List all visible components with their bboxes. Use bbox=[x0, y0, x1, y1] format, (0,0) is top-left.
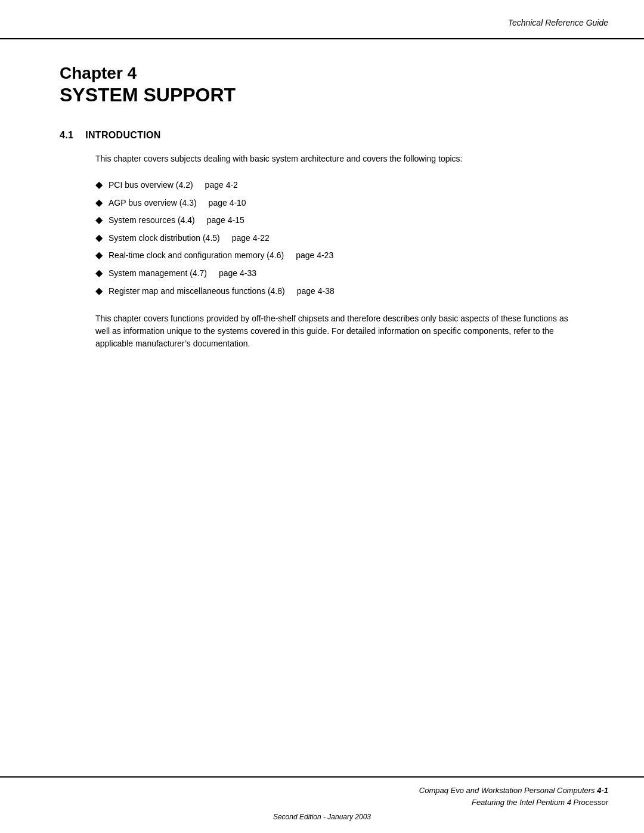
topic-page: page 4-22 bbox=[232, 231, 280, 244]
footer-line1-bold: 4-1 bbox=[597, 786, 608, 795]
bullet-icon: ◆ bbox=[95, 230, 103, 246]
list-item: ◆ Register map and miscellaneous functio… bbox=[95, 283, 584, 299]
bullet-icon: ◆ bbox=[95, 212, 103, 228]
section-number: 4.1 bbox=[60, 130, 73, 140]
topic-page: page 4-23 bbox=[296, 249, 343, 262]
list-item: ◆ Real-time clock and configuration memo… bbox=[95, 247, 584, 263]
page-header: Technical Reference Guide bbox=[0, 0, 644, 39]
chapter-label: Chapter 4 bbox=[60, 63, 584, 83]
topic-row: System management (4.7) page 4-33 bbox=[109, 267, 267, 280]
topic-text: System resources (4.4) bbox=[109, 213, 195, 227]
topic-text: AGP bus overview (4.3) bbox=[109, 196, 197, 209]
main-content: Chapter 4 SYSTEM SUPPORT 4.1INTRODUCTION… bbox=[0, 39, 644, 386]
list-item: ◆ AGP bus overview (4.3) page 4-10 bbox=[95, 195, 584, 210]
topic-text: System clock distribution (4.5) bbox=[109, 231, 220, 244]
bullet-icon: ◆ bbox=[95, 195, 103, 210]
topic-text: Real-time clock and configuration memory… bbox=[109, 249, 284, 262]
topic-text: Register map and miscellaneous functions… bbox=[109, 284, 285, 298]
topic-row: PCI bus overview (4.2) page 4-2 bbox=[109, 178, 253, 191]
page: Technical Reference Guide Chapter 4 SYST… bbox=[0, 0, 644, 833]
topic-text: System management (4.7) bbox=[109, 267, 207, 280]
chapter-title: SYSTEM SUPPORT bbox=[60, 83, 584, 106]
bullet-icon: ◆ bbox=[95, 177, 103, 193]
topic-row: Real-time clock and configuration memory… bbox=[109, 249, 343, 262]
list-item: ◆ PCI bus overview (4.2) page 4-2 bbox=[95, 177, 584, 193]
topic-page: page 4-38 bbox=[297, 284, 345, 298]
topic-page: page 4-10 bbox=[209, 196, 256, 209]
topic-text: PCI bus overview (4.2) bbox=[109, 178, 193, 191]
list-item: ◆ System clock distribution (4.5) page 4… bbox=[95, 230, 584, 246]
footer-edition: Second Edition - January 2003 bbox=[36, 813, 608, 826]
bullet-icon: ◆ bbox=[95, 265, 103, 281]
footer-line1-normal: Compaq Evo and Workstation Personal Comp… bbox=[419, 786, 595, 795]
topic-page: page 4-33 bbox=[219, 267, 267, 280]
list-item: ◆ System management (4.7) page 4-33 bbox=[95, 265, 584, 281]
topic-row: Register map and miscellaneous functions… bbox=[109, 284, 345, 298]
topic-row: System clock distribution (4.5) page 4-2… bbox=[109, 231, 280, 244]
intro-paragraph: This chapter covers subjects dealing wit… bbox=[95, 153, 584, 165]
footer-top: Compaq Evo and Workstation Personal Comp… bbox=[36, 785, 608, 808]
header-title: Technical Reference Guide bbox=[36, 18, 608, 32]
list-item: ◆ System resources (4.4) page 4-15 bbox=[95, 212, 584, 228]
topic-row: AGP bus overview (4.3) page 4-10 bbox=[109, 196, 256, 209]
topic-page: page 4-2 bbox=[205, 178, 253, 191]
bullet-icon: ◆ bbox=[95, 247, 103, 263]
page-footer: Compaq Evo and Workstation Personal Comp… bbox=[0, 776, 644, 833]
section-heading: 4.1INTRODUCTION bbox=[60, 130, 584, 141]
topic-page: page 4-15 bbox=[207, 213, 255, 227]
second-paragraph: This chapter covers functions provided b… bbox=[95, 312, 584, 350]
bullet-icon: ◆ bbox=[95, 283, 103, 299]
topic-row: System resources (4.4) page 4-15 bbox=[109, 213, 255, 227]
section-title: INTRODUCTION bbox=[85, 130, 161, 140]
footer-line2: Featuring the Intel Pentium 4 Processor bbox=[472, 798, 608, 807]
topics-list: ◆ PCI bus overview (4.2) page 4-2 ◆ AGP … bbox=[95, 177, 584, 298]
